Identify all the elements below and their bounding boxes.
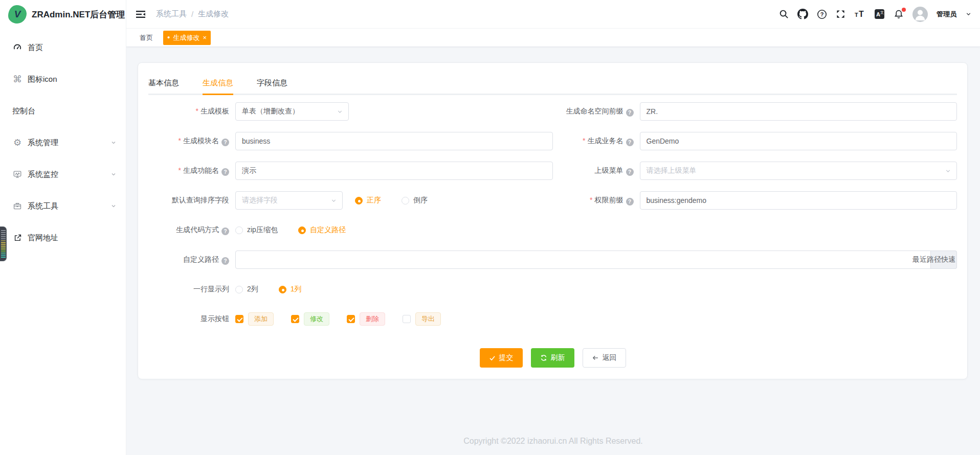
- sidebar-item-home[interactable]: 首页: [0, 32, 126, 63]
- theme-drawer-handle[interactable]: [0, 226, 7, 261]
- sidebar-item-system-manage[interactable]: ⚙ 系统管理: [0, 127, 126, 158]
- breadcrumb-separator: /: [191, 10, 193, 18]
- sidebar-item-label: 官网地址: [28, 233, 117, 243]
- label-text: 默认查询排序字段: [172, 196, 229, 204]
- field-label: *生成模板: [148, 107, 235, 116]
- edit-checkbox[interactable]: [291, 315, 299, 323]
- delete-checkbox[interactable]: [347, 315, 355, 323]
- sidebar-item-icons[interactable]: ⌘ 图标icon: [0, 63, 126, 95]
- selected-value: 单表（增删改查）: [242, 107, 299, 116]
- label-text: 生成业务名: [588, 136, 623, 145]
- user-name[interactable]: 管理员: [937, 10, 956, 19]
- help-icon[interactable]: ?: [221, 168, 229, 176]
- label-text: 一行显示列: [193, 285, 229, 293]
- tab-field-info[interactable]: 字段信息: [257, 73, 287, 94]
- avatar[interactable]: [912, 7, 928, 22]
- namespace-prefix-input[interactable]: [640, 102, 957, 121]
- function-name-input[interactable]: [235, 162, 553, 180]
- back-button[interactable]: 返回: [583, 348, 626, 368]
- sort-field-select[interactable]: 请选择字段: [235, 191, 343, 210]
- command-icon: ⌘: [12, 74, 23, 84]
- sidebar-item-label: 系统工具: [28, 201, 110, 211]
- custom-path-input[interactable]: [235, 251, 957, 269]
- recent-path-button[interactable]: 最近路径快速: [930, 251, 957, 269]
- sidebar-item-console[interactable]: 控制台: [0, 95, 126, 127]
- help-icon[interactable]: ?: [817, 9, 827, 19]
- field-label: 一行显示列: [148, 285, 235, 294]
- font-size-icon[interactable]: TT: [854, 9, 865, 19]
- radio-dot: [355, 197, 363, 204]
- svg-text:A: A: [876, 11, 880, 17]
- export-tag: 导出: [415, 312, 441, 326]
- required-mark: *: [590, 196, 592, 204]
- github-icon[interactable]: [797, 9, 808, 19]
- checkbox-group-export: 导出: [403, 312, 441, 326]
- help-icon[interactable]: ?: [221, 228, 229, 235]
- svg-text:T: T: [859, 10, 864, 18]
- refresh-button[interactable]: 刷新: [531, 348, 574, 368]
- sidebar-item-label: 系统监控: [28, 170, 110, 179]
- required-mark: *: [583, 136, 585, 145]
- tab-basic-info[interactable]: 基本信息: [148, 73, 179, 94]
- sidebar-item-official-site[interactable]: 官网地址: [0, 222, 126, 254]
- tag-tab-home[interactable]: 首页: [138, 31, 155, 45]
- radio-label: 2列: [247, 285, 258, 294]
- sidebar-collapse-icon[interactable]: [136, 9, 146, 19]
- help-icon[interactable]: ?: [626, 198, 634, 206]
- breadcrumb-item[interactable]: 系统工具: [156, 9, 187, 19]
- notification-bell-icon[interactable]: [894, 9, 904, 19]
- radio-label: 正序: [367, 196, 381, 205]
- content: 基本信息 生成信息 字段信息 *生成模板 单表（增删改: [126, 47, 980, 455]
- field-function-name: *生成功能名?: [148, 156, 553, 186]
- translate-icon[interactable]: A文: [874, 9, 885, 19]
- add-checkbox[interactable]: [235, 315, 243, 323]
- required-mark: *: [196, 107, 198, 115]
- submit-button[interactable]: 提交: [480, 348, 523, 368]
- help-icon[interactable]: ?: [626, 168, 634, 176]
- sidebar-item-system-tools[interactable]: 系统工具: [0, 190, 126, 222]
- app-title: ZRAdmin.NET后台管理: [32, 9, 125, 20]
- field-label: 自定义路径?: [148, 255, 235, 265]
- row-spacer: [553, 275, 957, 304]
- gen-template-select[interactable]: 单表（增删改查）: [235, 102, 349, 121]
- module-name-input[interactable]: [235, 132, 553, 150]
- search-icon[interactable]: [779, 9, 789, 19]
- chevron-down-icon: [337, 108, 343, 115]
- tag-tab-gen-edit[interactable]: ● 生成修改 ×: [163, 31, 211, 45]
- close-icon[interactable]: ×: [203, 34, 207, 41]
- radio-sort-asc[interactable]: 正序: [355, 196, 381, 205]
- radio-custom-path-mode[interactable]: 自定义路径: [298, 225, 346, 235]
- field-business-name: *生成业务名?: [553, 126, 957, 156]
- radio-two-columns[interactable]: 2列: [235, 285, 258, 294]
- logo-row[interactable]: V ZRAdmin.NET后台管理: [0, 0, 126, 29]
- select-placeholder: 请选择上级菜单: [647, 166, 697, 175]
- checkbox-group-delete: 删除: [347, 312, 385, 326]
- radio-sort-desc[interactable]: 倒序: [402, 196, 428, 205]
- parent-menu-select[interactable]: 请选择上级菜单: [640, 162, 957, 180]
- gen-info-form: *生成模板 单表（增删改查）: [148, 95, 957, 368]
- business-name-input[interactable]: [640, 132, 957, 150]
- radio-one-column[interactable]: 1列: [279, 285, 302, 294]
- field-label: 默认查询排序字段: [148, 196, 235, 205]
- radio-zip-mode[interactable]: zip压缩包: [235, 225, 278, 235]
- panel-tabs: 基本信息 生成信息 字段信息: [148, 73, 957, 95]
- tab-gen-info[interactable]: 生成信息: [203, 73, 233, 94]
- user-menu-chevron-icon[interactable]: [965, 11, 972, 17]
- help-icon[interactable]: ?: [221, 139, 229, 146]
- chevron-down-icon: [330, 197, 337, 204]
- checkbox-group-add: 添加: [235, 312, 274, 326]
- radio-dot: [235, 286, 243, 293]
- perm-prefix-input[interactable]: [640, 191, 957, 210]
- gear-icon: ⚙: [12, 138, 23, 148]
- fullscreen-icon[interactable]: [836, 9, 845, 19]
- sidebar-item-label: 系统管理: [28, 138, 110, 148]
- help-icon[interactable]: ?: [626, 139, 634, 146]
- sidebar-item-system-monitor[interactable]: 系统监控: [0, 158, 126, 190]
- label-text: 显示按钮: [201, 314, 229, 323]
- label-text: 生成功能名: [183, 166, 219, 174]
- help-icon[interactable]: ?: [221, 257, 229, 265]
- sidebar-item-label: 首页: [28, 43, 117, 53]
- help-icon[interactable]: ?: [626, 109, 634, 117]
- export-checkbox[interactable]: [403, 315, 411, 323]
- radio-label: 自定义路径: [310, 225, 346, 235]
